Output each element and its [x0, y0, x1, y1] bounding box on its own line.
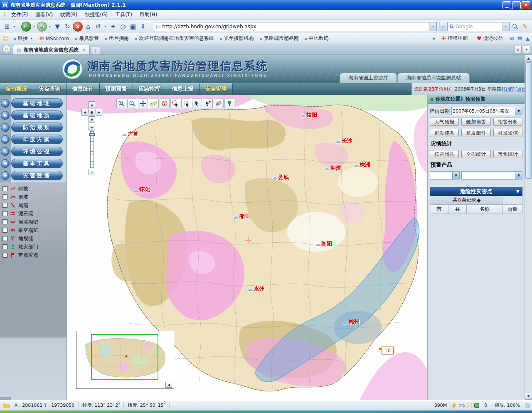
- go-button[interactable]: ▼: [53, 22, 62, 32]
- sidebar-item-annual-plan[interactable]: ▤年度方案: [0, 133, 66, 145]
- tab-site-query[interactable]: 灾点查询: [33, 83, 66, 95]
- expand-icon[interactable]: ▼: [516, 189, 520, 194]
- search-button[interactable]: [510, 22, 520, 32]
- zoom-slider-thumb[interactable]: [89, 133, 95, 136]
- page-scrollbar[interactable]: ▲ ▼: [525, 55, 532, 400]
- zoom-slider-minus-button[interactable]: −: [89, 169, 95, 175]
- scroll-up-button[interactable]: ▲: [525, 55, 532, 62]
- overview-collapse-button[interactable]: ◀: [165, 382, 172, 388]
- header-link-monitor-station[interactable]: 湖南省地质环境监测总站: [397, 73, 470, 83]
- undo-button[interactable]: ↺: [94, 22, 103, 32]
- group-fax-button[interactable]: 群发传真: [430, 129, 459, 137]
- sidebar-item-disaster-data[interactable]: ✚灾害数据: [0, 170, 66, 182]
- zoom-out-button[interactable]: [127, 98, 137, 108]
- charity-button[interactable]: ♥傲游公益: [474, 34, 506, 43]
- tab-forecast-warning[interactable]: 预测预警: [100, 83, 133, 95]
- more-links-button[interactable]: »: [432, 36, 435, 42]
- forward-dropdown[interactable]: ▾: [48, 25, 52, 28]
- identify-button[interactable]: [203, 98, 213, 108]
- city-marker[interactable]: ☁永州: [247, 285, 265, 293]
- zoom-level[interactable]: 缩放: 100%: [491, 402, 524, 409]
- download-button[interactable]: ⇓: [138, 22, 148, 32]
- product-type-select[interactable]: ▼: [430, 171, 460, 179]
- link-msn[interactable]: MMSN.com: [37, 35, 72, 42]
- search-input[interactable]: Google: [456, 24, 502, 30]
- highlight-button[interactable]: ✎: [520, 22, 530, 32]
- favorites-icon[interactable]: ☺: [2, 35, 9, 42]
- scrollbar-thumb[interactable]: [525, 62, 532, 179]
- new-page-button[interactable]: ⊞: [2, 22, 12, 32]
- province-stats-button[interactable]: 全省统计: [461, 150, 490, 158]
- layer-checkbox[interactable]: [2, 253, 7, 258]
- scroll-down-button[interactable]: ▼: [525, 393, 532, 400]
- group-email-button[interactable]: 群发邮件: [461, 129, 490, 137]
- pan-right-button[interactable]: ▶: [96, 109, 102, 116]
- tab-emergency-command[interactable]: 应急指挥: [133, 83, 166, 95]
- zoom-in-button[interactable]: [116, 98, 126, 108]
- select-arrow-icon[interactable]: ▼: [515, 172, 522, 179]
- search-box[interactable]: G Google ▾: [447, 22, 510, 31]
- undo-dropdown[interactable]: ▾: [103, 25, 108, 28]
- city-marker[interactable]: ☁株洲: [353, 161, 370, 169]
- notes-icon[interactable]: [466, 403, 473, 408]
- measure-button[interactable]: [149, 98, 159, 108]
- layer-row-key-sites[interactable]: 重点灾点: [0, 251, 66, 259]
- mail-button[interactable]: ✉: [510, 35, 514, 42]
- sidebar-item-prevention-plan[interactable]: ≡防治规划: [0, 121, 66, 133]
- tab-list-button[interactable]: ✩: [2, 45, 11, 53]
- layer-row-landslide[interactable]: 滑坡: [0, 193, 66, 201]
- back-dropdown[interactable]: ▾: [32, 25, 36, 28]
- tab-security-management[interactable]: 安全管理: [200, 83, 233, 95]
- zoom-slider[interactable]: [90, 131, 94, 168]
- forward-button[interactable]: →: [37, 22, 47, 32]
- go-split-button[interactable]: ▾: [439, 22, 446, 31]
- link-photo[interactable]: ▪光年摄影机构: [217, 34, 256, 43]
- legend-tree-button[interactable]: [224, 98, 234, 108]
- layer-row-collapse[interactable]: 崩塌: [0, 201, 66, 209]
- new-tab-button[interactable]: +: [91, 47, 100, 54]
- address-input[interactable]: [162, 24, 429, 30]
- history-button[interactable]: ◷: [118, 22, 128, 32]
- layer-row-ground-fissure[interactable]: 地裂缝: [0, 234, 66, 243]
- tab-info-statistics[interactable]: 信息统计: [66, 83, 100, 95]
- tab-close-icon[interactable]: ×: [82, 48, 85, 52]
- city-marker[interactable]: ☁长沙: [335, 137, 352, 145]
- overview-map[interactable]: ★ ◀: [76, 331, 174, 389]
- city-marker[interactable]: ☁怀化: [133, 186, 150, 194]
- layer-checkbox[interactable]: [2, 236, 7, 241]
- menu-favorites[interactable]: 收藏(B): [57, 10, 81, 20]
- by-county-stats-button[interactable]: 按月州县: [430, 150, 459, 158]
- address-dropdown[interactable]: ▾: [429, 22, 436, 31]
- select-arrow-icon[interactable]: ▼: [452, 172, 459, 179]
- home-button[interactable]: ⌂: [84, 22, 93, 32]
- close-button[interactable]: ×: [522, 1, 530, 9]
- link-baofeng[interactable]: ▪暴风影音: [72, 34, 102, 43]
- city-marker[interactable]: ☁衡阳: [315, 240, 332, 248]
- warning-analysis-button[interactable]: 预警分析: [493, 118, 522, 126]
- rain-date-select[interactable]: 2007年05月05日08时实况 ▼: [451, 107, 522, 115]
- back-button[interactable]: ←: [21, 22, 31, 32]
- layer-row-rescue-dept[interactable]: 救灾部门: [0, 243, 66, 251]
- maximize-button[interactable]: □: [512, 1, 521, 9]
- panel-button[interactable]: ▤: [517, 35, 522, 42]
- pan-down-button[interactable]: ▼: [89, 116, 95, 123]
- stop-button[interactable]: ×: [73, 22, 83, 32]
- layer-row-mining-collapse[interactable]: 采空塌陷: [0, 226, 66, 234]
- active-tab[interactable]: ▤ 湖南省地质灾害信息系统 ×: [13, 45, 90, 54]
- group-sms-button[interactable]: 群发短信: [493, 129, 522, 137]
- menu-tools[interactable]: 工具(T): [111, 10, 136, 20]
- layer-row-debris-flow[interactable]: 泥石流: [0, 209, 66, 218]
- layer-checkbox[interactable]: [2, 244, 7, 249]
- layer-row-slope[interactable]: 斜坡: [0, 184, 66, 193]
- full-extent-button[interactable]: ●: [89, 109, 95, 116]
- layer-checkbox[interactable]: [2, 186, 7, 191]
- ad-blocker-icon[interactable]: [473, 403, 480, 408]
- sidebar-item-basic-tools[interactable]: ⊞基本工具: [0, 157, 66, 170]
- layer-checkbox[interactable]: [2, 228, 7, 233]
- overlay-warning-button[interactable]: 叠加预警: [461, 118, 490, 126]
- close-tab-button[interactable]: ×: [514, 46, 522, 53]
- tab-info-report[interactable]: 信息上报: [166, 83, 200, 95]
- layer-row-karst-collapse[interactable]: 岩溶塌陷: [0, 218, 66, 226]
- city-marker[interactable]: ☁吉首: [121, 130, 138, 138]
- header-link-land-dept[interactable]: 湖南省国土资源厅: [340, 73, 397, 83]
